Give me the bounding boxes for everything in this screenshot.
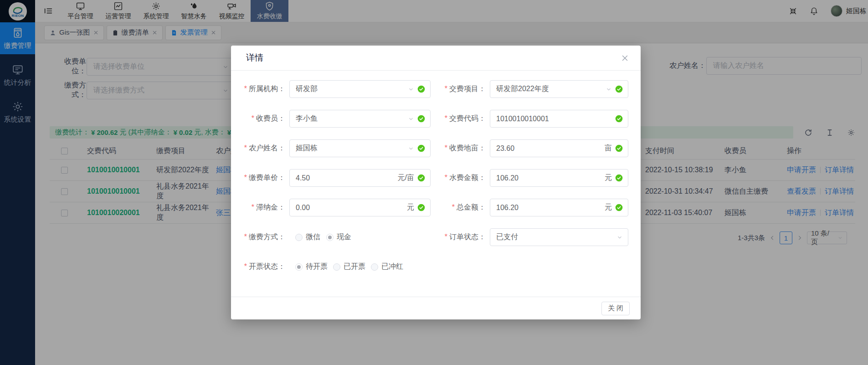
water-amount-unit: 元: [605, 173, 612, 183]
detail-modal: 详情 所属机构： 研发部 交费项目： 研发部2022年度 收费员：: [231, 46, 641, 319]
modal-body: 所属机构： 研发部 交费项目： 研发部2022年度 收费员： 李小鱼 交费代码：: [231, 71, 641, 276]
check-circle-icon: [417, 85, 425, 93]
unit-price-input[interactable]: 4.50 元/亩: [289, 169, 431, 187]
modal-header: 详情: [231, 46, 641, 71]
radio-label: 微信: [306, 232, 320, 242]
water-amount-value: 106.20: [496, 174, 519, 182]
radio-label: 待开票: [306, 262, 328, 272]
chevron-down-icon: [616, 234, 623, 241]
code-value: 1010010010001: [496, 115, 549, 123]
radio-issued-invoice[interactable]: 已开票: [333, 262, 365, 272]
form-row: 缴费单价： 4.50 元/亩 水费金额： 106.20 元: [231, 169, 641, 187]
radio-wechat[interactable]: 微信: [295, 232, 320, 242]
app-root: RIEON 缴费管理 统计分析: [0, 0, 868, 365]
radio-icon: [333, 263, 340, 271]
total-amount-unit: 元: [605, 203, 612, 212]
field-label-invoice-status: 开票状态：: [231, 262, 289, 272]
collector-value: 李小鱼: [296, 114, 318, 123]
field-label-area: 收费地亩：: [431, 144, 490, 153]
check-circle-icon: [615, 115, 623, 123]
radio-label: 已冲红: [381, 262, 403, 272]
radio-selected-icon: [295, 263, 303, 271]
order-status-select[interactable]: 已支付: [490, 228, 628, 246]
farmer-select[interactable]: 姬国栋: [289, 139, 431, 157]
radio-label: 现金: [337, 232, 351, 242]
radio-icon: [371, 263, 378, 271]
field-label-water-amount: 水费金额：: [431, 173, 490, 183]
late-fee-value: 0.00: [296, 204, 310, 212]
unit-price-value: 4.50: [296, 174, 310, 182]
total-amount-input[interactable]: 106.20 元: [490, 199, 628, 216]
code-input[interactable]: 1010010010001: [490, 110, 628, 128]
org-select[interactable]: 研发部: [289, 80, 431, 98]
radio-pending-invoice[interactable]: 待开票: [295, 262, 328, 272]
radio-reversed-invoice[interactable]: 已冲红: [371, 262, 403, 272]
form-row: 滞纳金： 0.00 元 总金额： 106.20 元: [231, 199, 641, 216]
check-circle-icon: [615, 174, 623, 182]
form-row: 缴费方式： 微信 现金 订单状态： 已支付: [231, 228, 641, 246]
field-label-org: 所属机构：: [231, 84, 289, 94]
form-row: 农户姓名： 姬国栋 收费地亩： 23.60 亩: [231, 139, 641, 157]
radio-label: 已开票: [344, 262, 365, 272]
modal-footer: 关 闭: [231, 297, 641, 319]
close-button[interactable]: 关 闭: [601, 302, 630, 315]
check-circle-icon: [615, 144, 623, 152]
radio-cash[interactable]: 现金: [326, 232, 351, 242]
field-label-pay-method: 缴费方式：: [231, 232, 289, 242]
field-label-late-fee: 滞纳金：: [231, 203, 289, 212]
area-input[interactable]: 23.60 亩: [490, 139, 628, 157]
project-select[interactable]: 研发部2022年度: [490, 80, 628, 98]
field-label-project: 交费项目：: [431, 84, 490, 94]
collector-select[interactable]: 李小鱼: [289, 110, 431, 128]
area-value: 23.60: [496, 144, 514, 153]
check-circle-icon: [615, 85, 623, 93]
unit-price-unit: 元/亩: [398, 173, 414, 183]
field-label-collector: 收费员：: [231, 114, 289, 123]
field-label-unit-price: 缴费单价：: [231, 173, 289, 183]
close-icon[interactable]: [621, 54, 629, 62]
late-fee-unit: 元: [407, 203, 414, 212]
form-row: 收费员： 李小鱼 交费代码： 1010010010001: [231, 110, 641, 128]
modal-title: 详情: [246, 52, 263, 64]
chevron-down-icon: [606, 86, 612, 93]
check-circle-icon: [417, 115, 425, 123]
chevron-down-icon: [408, 86, 414, 93]
farmer-value: 姬国栋: [296, 144, 318, 153]
field-label-farmer: 农户姓名：: [231, 144, 289, 153]
invoice-status-radio-group: 待开票 已开票 已冲红: [289, 262, 403, 272]
chevron-down-icon: [408, 116, 414, 122]
radio-icon: [295, 234, 303, 241]
form-row: 所属机构： 研发部 交费项目： 研发部2022年度: [231, 80, 641, 98]
form-row: 开票状态： 待开票 已开票 已冲红: [231, 258, 641, 276]
radio-selected-icon: [326, 234, 334, 241]
order-status-value: 已支付: [496, 232, 518, 242]
check-circle-icon: [417, 204, 425, 211]
water-amount-input[interactable]: 106.20 元: [490, 169, 628, 187]
total-amount-value: 106.20: [496, 204, 519, 212]
field-label-code: 交费代码：: [431, 114, 490, 123]
project-value: 研发部2022年度: [496, 84, 549, 94]
chevron-down-icon: [408, 145, 414, 152]
field-label-order-status: 订单状态：: [431, 232, 490, 242]
org-value: 研发部: [296, 84, 318, 94]
check-circle-icon: [417, 174, 425, 182]
pay-method-radio-group: 微信 现金: [289, 232, 431, 242]
late-fee-input[interactable]: 0.00 元: [289, 199, 431, 216]
field-label-total-amount: 总金额：: [431, 203, 490, 212]
area-unit: 亩: [605, 144, 612, 153]
check-circle-icon: [615, 204, 623, 211]
check-circle-icon: [417, 144, 425, 152]
